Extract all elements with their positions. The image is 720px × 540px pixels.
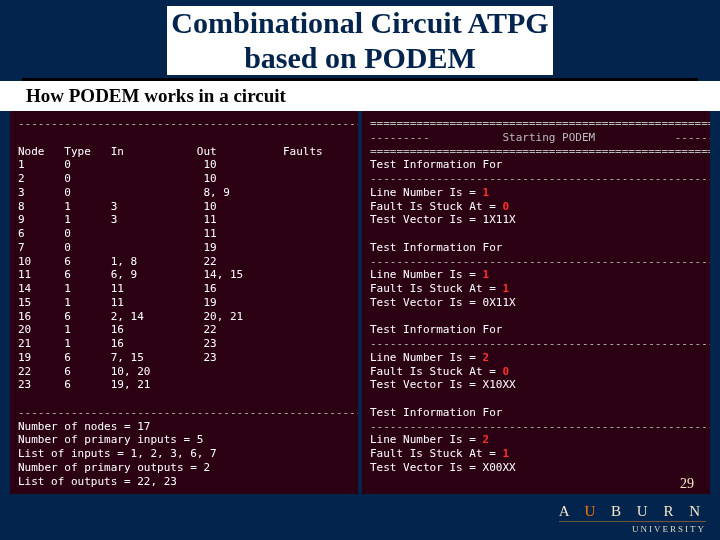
table-row: 9 1 3 11	[18, 213, 217, 226]
banner-line: --------- Starting PODEM ---------	[370, 131, 710, 144]
test-header: Test Information For	[370, 158, 502, 171]
page-number: 29	[680, 476, 694, 492]
stat-line: Number of primary inputs = 5	[18, 433, 203, 446]
stuck-label: Fault Is Stuck At =	[370, 200, 502, 213]
table-row: 15 1 11 19	[18, 296, 217, 309]
test-header: Test Information For	[370, 241, 502, 254]
title-area: Combinational Circuit ATPG based on PODE…	[0, 0, 720, 78]
slide-title: Combinational Circuit ATPG based on PODE…	[167, 6, 552, 78]
line-no-value: 2	[483, 433, 490, 446]
test-header: Test Information For	[370, 406, 502, 419]
right-terminal: ========================================…	[362, 111, 710, 494]
title-line1: Combinational Circuit ATPG	[171, 6, 548, 39]
vector-line: Test Vector Is = 0X11X	[370, 296, 516, 309]
dash-line: ----------------------------------------…	[370, 420, 710, 433]
eq-line: ========================================…	[370, 117, 710, 130]
line-no-label: Line Number Is =	[370, 186, 483, 199]
table-row: 6 0 11	[18, 227, 217, 240]
stat-line: Number of primary outputs = 2	[18, 461, 210, 474]
eq-line: ========================================…	[370, 145, 710, 158]
table-row: 11 6 6, 9 14, 15	[18, 268, 243, 281]
table-row: 22 6 10, 20	[18, 365, 150, 378]
vector-line: Test Vector Is = X00XX	[370, 461, 516, 474]
line-no-value: 2	[483, 351, 490, 364]
table-row: 14 1 11 16	[18, 282, 217, 295]
stuck-value: 0	[502, 365, 509, 378]
title-line2: based on PODEM	[244, 41, 476, 74]
stat-line: List of inputs = 1, 2, 3, 6, 7	[18, 447, 217, 460]
line-no-label: Line Number Is =	[370, 433, 483, 446]
dash-line: ----------------------------------------…	[18, 406, 358, 419]
dash-line: ----------------------------------------…	[370, 255, 710, 268]
table-row: 21 1 16 23	[18, 337, 217, 350]
table-row: 10 6 1, 8 22	[18, 255, 217, 268]
vector-line: Test Vector Is = X10XX	[370, 378, 516, 391]
table-row: 8 1 3 10	[18, 200, 217, 213]
test-header: Test Information For	[370, 323, 502, 336]
stuck-label: Fault Is Stuck At =	[370, 447, 502, 460]
brand-letters: A U B U R N	[559, 503, 706, 520]
table-row: 19 6 7, 15 23	[18, 351, 217, 364]
terminal-panels: ----------------------------------------…	[0, 111, 720, 494]
stuck-label: Fault Is Stuck At =	[370, 365, 502, 378]
subtitle: How PODEM works in a circuit	[0, 81, 720, 111]
brand-block: A U B U R N UNIVERSITY	[559, 503, 706, 534]
table-row: 2 0 10	[18, 172, 217, 185]
brand-university: UNIVERSITY	[559, 521, 706, 534]
dash-line: ----------------------------------------…	[370, 337, 710, 350]
stuck-value: 0	[502, 200, 509, 213]
table-row: 23 6 19, 21	[18, 378, 150, 391]
stuck-label: Fault Is Stuck At =	[370, 282, 502, 295]
line-no-label: Line Number Is =	[370, 351, 483, 364]
table-header: Node Type In Out Faults	[18, 145, 323, 158]
table-row: 3 0 8, 9	[18, 186, 230, 199]
table-row: 7 0 19	[18, 241, 217, 254]
stat-line: List of outputs = 22, 23	[18, 475, 177, 488]
vector-line: Test Vector Is = 1X11X	[370, 213, 516, 226]
line-no-label: Line Number Is =	[370, 268, 483, 281]
dash-line: ----------------------------------------…	[370, 172, 710, 185]
line-no-value: 1	[483, 186, 490, 199]
stuck-value: 1	[502, 282, 509, 295]
left-terminal: ----------------------------------------…	[10, 111, 358, 494]
stat-line: Number of nodes = 17	[18, 420, 150, 433]
table-row: 20 1 16 22	[18, 323, 217, 336]
line-no-value: 1	[483, 268, 490, 281]
table-row: 16 6 2, 14 20, 21	[18, 310, 243, 323]
dash-line: ----------------------------------------…	[18, 117, 358, 130]
stuck-value: 1	[502, 447, 509, 460]
table-row: 1 0 10	[18, 158, 217, 171]
